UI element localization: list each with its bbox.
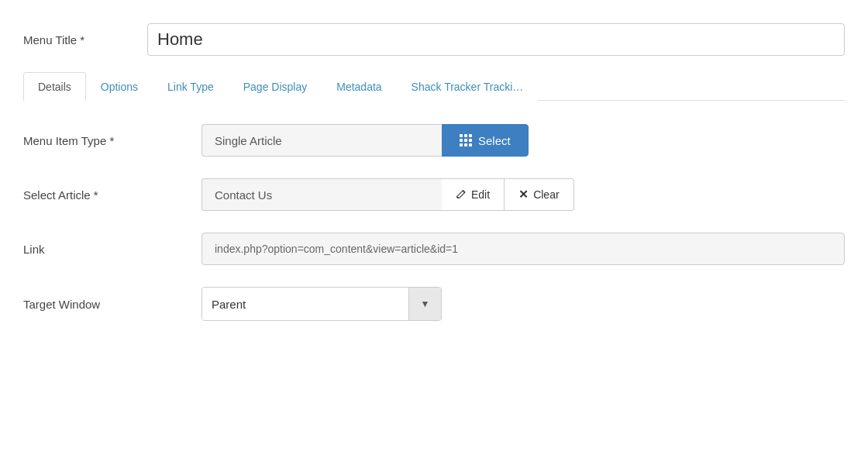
select-article-row: Select Article * Contact Us Edit <box>23 178 845 211</box>
tab-link-type[interactable]: Link Type <box>153 72 229 101</box>
page-container: Menu Title * Details Options Link Type P… <box>0 0 868 350</box>
menu-item-type-row: Menu Item Type * Single Article <box>23 124 845 157</box>
tab-metadata[interactable]: Metadata <box>322 72 396 101</box>
tab-options[interactable]: Options <box>86 72 153 101</box>
svg-rect-1 <box>456 197 459 198</box>
select-article-label: Select Article * <box>23 188 202 202</box>
target-window-select[interactable]: Parent _blank _self _top <box>202 288 408 320</box>
menu-title-row: Menu Title * <box>23 23 845 56</box>
grid-icon <box>460 134 472 147</box>
tab-shack-tracker[interactable]: Shack Tracker Tracki… <box>397 72 539 101</box>
link-row: Link index.php?option=com_content&view=a… <box>23 233 845 265</box>
tab-page-display[interactable]: Page Display <box>229 72 322 101</box>
menu-item-type-display: Single Article <box>202 124 442 157</box>
clear-button[interactable]: ✕ Clear <box>505 178 574 211</box>
tab-details[interactable]: Details <box>23 72 86 101</box>
select-article-control: Contact Us Edit ✕ Clear <box>202 178 845 211</box>
target-window-row: Target Window Parent _blank _self _top ▼ <box>23 287 845 321</box>
edit-icon <box>456 188 467 202</box>
select-button[interactable]: Select <box>442 124 529 157</box>
select-button-label: Select <box>478 134 511 147</box>
x-icon: ✕ <box>518 188 529 202</box>
edit-button[interactable]: Edit <box>442 178 505 211</box>
edit-button-label: Edit <box>471 188 490 201</box>
form-section: Menu Item Type * Single Article <box>23 124 845 350</box>
menu-item-type-label: Menu Item Type * <box>23 134 202 147</box>
link-display: index.php?option=com_content&view=articl… <box>202 233 845 265</box>
chevron-down-icon: ▼ <box>408 288 441 320</box>
link-label: Link <box>23 243 202 256</box>
article-display: Contact Us <box>202 178 442 211</box>
menu-title-input[interactable] <box>147 23 845 56</box>
clear-button-label: Clear <box>533 188 559 201</box>
tabs-container: Details Options Link Type Page Display M… <box>23 71 845 101</box>
menu-item-type-control: Single Article Select <box>202 124 845 157</box>
target-window-control: Parent _blank _self _top ▼ <box>202 287 442 321</box>
target-window-label: Target Window <box>23 298 202 311</box>
menu-title-label: Menu Title * <box>23 33 147 47</box>
